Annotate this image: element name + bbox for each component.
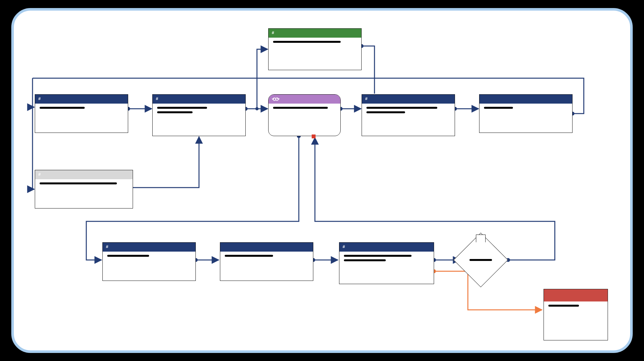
hash-label: #	[343, 244, 345, 249]
node-start-body	[269, 38, 361, 49]
text-line	[366, 111, 405, 113]
node-b2-header	[220, 243, 313, 252]
node-b1[interactable]: #	[102, 242, 196, 281]
node-n1-body	[35, 104, 128, 115]
node-n5[interactable]	[479, 94, 573, 133]
node-b1-header: #	[103, 243, 195, 252]
text-line	[366, 107, 437, 109]
edge-start-down	[362, 46, 374, 94]
node-n2-header: #	[153, 95, 245, 104]
node-loop-body	[269, 104, 340, 115]
node-start-header: #	[269, 29, 361, 38]
node-n1[interactable]: #	[35, 94, 128, 133]
node-b3-header: #	[339, 243, 434, 252]
diagram-frame: # # # ⟲⟳	[11, 8, 633, 353]
hash-label: #	[106, 244, 108, 249]
text-line	[273, 107, 328, 109]
text-line	[40, 107, 85, 109]
node-n1-header: #	[35, 95, 128, 104]
node-b3-body	[339, 252, 434, 267]
node-n4[interactable]: #	[362, 94, 455, 136]
hash-label: #	[156, 96, 158, 101]
node-n5-header	[479, 95, 572, 104]
text-line	[484, 107, 513, 109]
node-comment-header: #	[35, 170, 133, 179]
node-n4-body	[362, 104, 455, 119]
node-n2[interactable]: #	[152, 94, 246, 136]
loop-icon: ⟲⟳	[272, 96, 279, 102]
text-line	[107, 255, 149, 257]
text-line	[469, 259, 492, 261]
node-start[interactable]: #	[268, 28, 362, 70]
edge-back-to-n1	[33, 78, 34, 107]
edge-comment-n2	[133, 137, 199, 188]
hash-label: #	[38, 96, 41, 101]
text-line	[157, 107, 207, 109]
node-n5-body	[479, 104, 572, 115]
hash-label: #	[365, 96, 367, 101]
text-line	[344, 259, 386, 261]
node-loop[interactable]: ⟲⟳	[268, 94, 341, 136]
node-b3[interactable]: #	[339, 242, 434, 284]
hash-label: #	[38, 172, 41, 177]
break-marker	[312, 134, 316, 138]
node-comment[interactable]: #	[35, 170, 133, 208]
edge-row-to-start	[257, 49, 268, 109]
node-loop-header: ⟲⟳	[269, 95, 340, 104]
node-error-body	[544, 301, 608, 312]
edge-decision-back-loop	[315, 138, 555, 260]
text-line	[548, 305, 579, 307]
text-line	[225, 255, 273, 257]
edge-down-to-comment	[33, 107, 34, 189]
node-comment-body	[35, 179, 133, 190]
text-line	[344, 255, 412, 257]
node-error[interactable]	[544, 289, 608, 340]
node-b2[interactable]	[220, 242, 313, 281]
text-line	[273, 41, 341, 43]
junction-up	[255, 107, 259, 110]
hash-label: #	[272, 30, 274, 35]
node-n4-header: #	[362, 95, 455, 104]
node-error-header	[544, 289, 608, 301]
text-line	[157, 111, 193, 113]
node-decision[interactable]	[453, 233, 508, 287]
node-b1-body	[103, 252, 195, 263]
node-b2-body	[220, 252, 313, 263]
node-n2-body	[153, 104, 245, 119]
text-line	[40, 182, 117, 184]
stage: # # # ⟲⟳	[0, 0, 644, 361]
decision-label	[453, 233, 508, 287]
